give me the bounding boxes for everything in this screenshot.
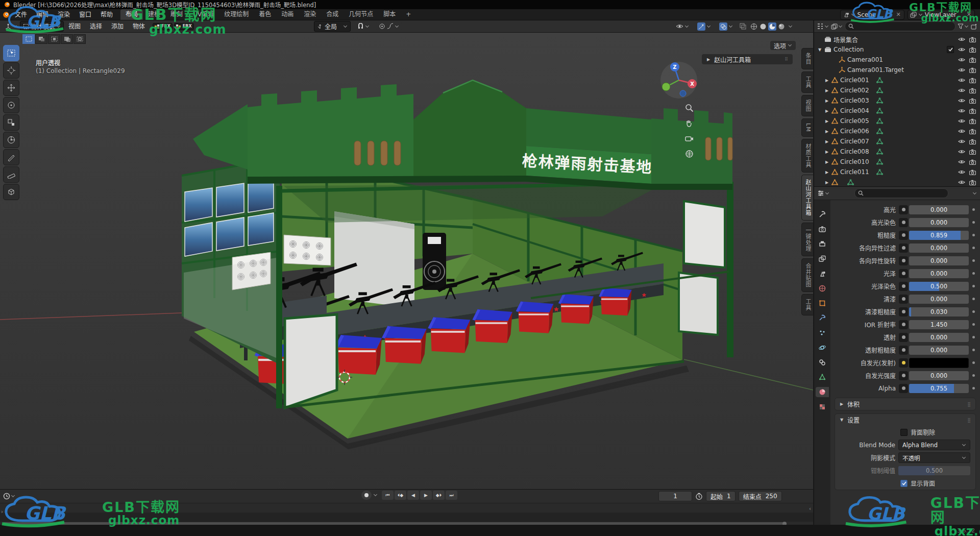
- zoom-view-icon[interactable]: [682, 101, 696, 114]
- outliner-row-Circle007[interactable]: ▶Circle007: [814, 136, 980, 147]
- prev-keyframe-button[interactable]: ⏴◆: [395, 491, 406, 500]
- sidebar-tab-LM[interactable]: LM: [801, 118, 813, 137]
- xray-toggle[interactable]: [739, 22, 747, 31]
- properties-tab-material[interactable]: [816, 387, 829, 397]
- settings-expand-icon[interactable]: ▼: [839, 418, 844, 422]
- camera-render-icon[interactable]: [969, 149, 976, 155]
- frame-start-field[interactable]: 起始 1: [706, 491, 736, 501]
- menu-文件[interactable]: 文件: [10, 10, 32, 20]
- keyframe-dot-icon[interactable]: [972, 234, 975, 236]
- workspace-tab-渲染[interactable]: 渲染: [299, 9, 321, 20]
- prop-slider-透射[interactable]: 0.000: [909, 333, 969, 342]
- prop-slider-透射粗糙度[interactable]: 0.000: [909, 346, 969, 355]
- prop-slider-粗糙度[interactable]: 0.859: [909, 231, 969, 240]
- keyframe-dot-icon[interactable]: [972, 374, 975, 377]
- timeline-track[interactable]: [0, 513, 813, 522]
- properties-tab-modifiers[interactable]: [816, 313, 829, 323]
- socket-icon[interactable]: [899, 243, 908, 253]
- gizmo-z-label[interactable]: Z: [673, 64, 676, 70]
- emission-color-swatch[interactable]: [909, 358, 969, 368]
- transform-orientation-dropdown[interactable]: 全局: [314, 21, 351, 32]
- settings-section[interactable]: ▼ 设置 ⣿ 背面剔除 Blend Mode Alpha Blend 阴影模: [835, 413, 976, 490]
- menu-帮助[interactable]: 帮助: [96, 10, 117, 20]
- prop-slider-清漆粗糙度[interactable]: 0.030: [909, 307, 969, 316]
- select-lasso-button[interactable]: [61, 34, 73, 44]
- eye-icon[interactable]: [958, 67, 965, 72]
- socket-icon[interactable]: [899, 358, 908, 368]
- timeline-expand-icon[interactable]: ›: [1, 509, 3, 515]
- keyframe-dot-icon[interactable]: [972, 336, 975, 338]
- workspace-tab-几何节点[interactable]: 几何节点: [344, 9, 378, 20]
- socket-icon[interactable]: [899, 346, 908, 355]
- tool-annotate[interactable]: [3, 149, 19, 165]
- backface-culling-checkbox[interactable]: [900, 429, 908, 436]
- socket-icon[interactable]: [899, 320, 908, 329]
- scene-close-icon[interactable]: ✕: [895, 11, 902, 18]
- navigation-gizmo[interactable]: Z X: [659, 61, 698, 100]
- camera-render-icon[interactable]: [969, 180, 976, 185]
- disclosure-icon[interactable]: ▶: [824, 119, 829, 124]
- outliner-row-Circle008[interactable]: ▶Circle008: [814, 147, 980, 157]
- eye-icon[interactable]: [958, 108, 965, 113]
- outliner-row-partial[interactable]: ▶: [814, 177, 980, 186]
- prop-slider-高光染色[interactable]: 0.000: [909, 218, 969, 227]
- eye-icon[interactable]: [958, 78, 965, 83]
- workspace-tab-+[interactable]: +: [401, 9, 416, 20]
- prop-slider-各向异性过滤[interactable]: 0.000: [909, 243, 969, 253]
- camera-render-icon[interactable]: [969, 129, 976, 134]
- viewport-menu-添加[interactable]: 添加: [107, 21, 128, 32]
- disclosure-icon[interactable]: ▶: [824, 88, 829, 93]
- sidebar-tab-合并贴图[interactable]: 合并贴图: [801, 258, 813, 292]
- outliner-row-Circle003[interactable]: ▶Circle003: [814, 95, 980, 106]
- outliner-editor-type[interactable]: [817, 23, 829, 30]
- panel-grip-icon[interactable]: ⠿: [785, 57, 789, 62]
- shading-solid-button[interactable]: [759, 22, 767, 31]
- keyframe-dot-icon[interactable]: [972, 272, 975, 275]
- prop-slider-IOR 折射率[interactable]: 1.450: [909, 320, 969, 329]
- viewlayer-close-icon[interactable]: ✕: [966, 11, 972, 18]
- tool-measure[interactable]: [3, 166, 19, 183]
- tool-cursor[interactable]: [3, 62, 19, 79]
- keyframe-dot-icon[interactable]: [972, 259, 975, 262]
- outliner-display-mode[interactable]: [831, 23, 843, 30]
- eye-icon[interactable]: [958, 169, 965, 175]
- editor-type-selector[interactable]: [2, 22, 20, 31]
- workspace-tab-纹理绘制[interactable]: 纹理绘制: [219, 9, 254, 20]
- socket-icon[interactable]: [899, 333, 908, 342]
- eye-icon[interactable]: [958, 180, 965, 185]
- eye-icon[interactable]: [958, 88, 965, 93]
- disclosure-icon[interactable]: ▶: [824, 109, 829, 113]
- outliner-row-Circle004[interactable]: ▶Circle004: [814, 106, 980, 116]
- socket-icon[interactable]: [899, 384, 908, 393]
- keyframe-dot-icon[interactable]: [972, 310, 975, 313]
- sidebar-tab-工具[interactable]: 工具: [801, 294, 813, 315]
- prop-slider-高光[interactable]: 0.000: [909, 205, 969, 214]
- shading-material-button[interactable]: [768, 22, 776, 31]
- camera-render-icon[interactable]: [969, 169, 976, 175]
- socket-icon[interactable]: [899, 205, 908, 214]
- prop-slider-自发光强度[interactable]: 0.000: [909, 371, 969, 380]
- keyframe-dot-icon[interactable]: [972, 349, 975, 351]
- camera-render-icon[interactable]: [969, 88, 976, 93]
- outliner-row-scene-collection[interactable]: 场景集合: [814, 34, 980, 44]
- viewlayer-name[interactable]: ViewLayer: [925, 11, 964, 18]
- socket-icon[interactable]: [899, 295, 908, 304]
- timeline-ruler[interactable]: [0, 503, 813, 513]
- outliner-row-Circle005[interactable]: ▶Circle005: [814, 116, 980, 126]
- properties-tab-object-data[interactable]: [816, 372, 829, 382]
- gizmos-dropdown[interactable]: [695, 22, 714, 31]
- tool-transform[interactable]: [3, 132, 19, 148]
- socket-icon[interactable]: [899, 269, 908, 278]
- outliner-search-input[interactable]: [845, 21, 955, 31]
- sidebar-tab-一键处理[interactable]: 一键处理: [801, 223, 813, 256]
- properties-tab-output[interactable]: [816, 239, 829, 249]
- disclosure-icon[interactable]: ▶: [824, 139, 829, 144]
- outliner-row-Circle001[interactable]: ▶Circle001: [814, 75, 980, 85]
- socket-icon[interactable]: [899, 371, 908, 380]
- scene-dropdown-chevron[interactable]: [851, 13, 855, 17]
- camera-render-icon[interactable]: [969, 108, 976, 114]
- properties-tab-object[interactable]: [816, 298, 829, 308]
- keyframe-dot-icon[interactable]: [972, 387, 975, 389]
- outliner-row-Circle002[interactable]: ▶Circle002: [814, 85, 980, 95]
- disclosure-icon[interactable]: ▶: [824, 180, 829, 185]
